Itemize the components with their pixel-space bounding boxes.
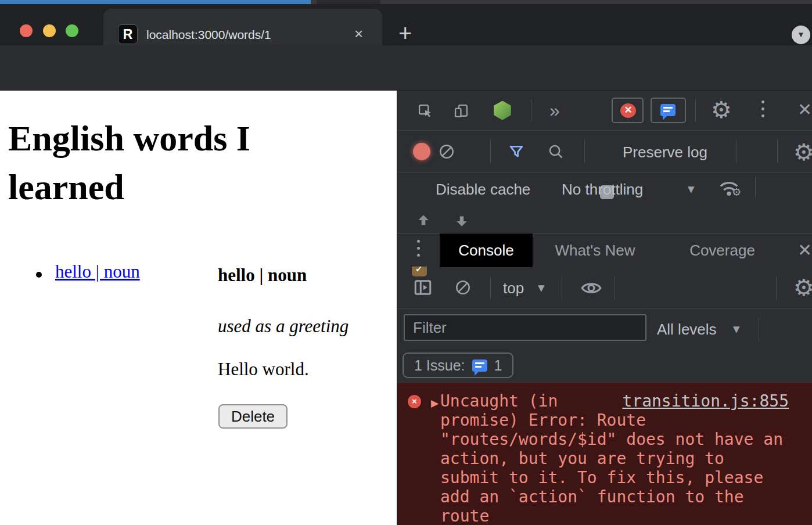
- context-caret-icon[interactable]: ▼: [538, 283, 545, 293]
- network-options-row: ✓ Disable cache No throttling ▼ ⚙: [397, 172, 812, 203]
- remix-favicon: R: [118, 24, 138, 44]
- network-toolbar: Preserve log ⚙: [397, 131, 812, 172]
- console-issue-row: 1 Issue: 1: [397, 351, 812, 383]
- devtools-main-toolbar: » ✕ ⚙ ✕: [397, 91, 812, 131]
- more-panels-icon[interactable]: »: [549, 100, 560, 121]
- devtools-close-icon[interactable]: ✕: [797, 101, 812, 118]
- issues-button[interactable]: 1 Issue: 1: [403, 353, 513, 378]
- network-conditions-icon[interactable]: ⚙: [717, 177, 741, 200]
- tab-console[interactable]: Console: [440, 233, 533, 267]
- maximize-window-button[interactable]: [66, 24, 78, 37]
- network-search-icon[interactable]: [547, 143, 565, 160]
- error-icon: ×: [408, 395, 421, 408]
- console-filter-input[interactable]: [404, 314, 646, 341]
- execution-context-select[interactable]: top: [503, 279, 524, 297]
- browser-toolbar: ← → localhost:3000/words/1: [0, 45, 812, 90]
- log-level-select[interactable]: All levels: [657, 321, 717, 339]
- clear-network-icon[interactable]: [438, 143, 455, 160]
- throttling-caret-icon[interactable]: ▼: [688, 184, 695, 195]
- delete-button[interactable]: Delete: [218, 404, 288, 429]
- error-message: transition.js:855Uncaught (in promise) E…: [440, 391, 789, 525]
- network-filter-icon[interactable]: [508, 143, 525, 160]
- drawer-close-icon[interactable]: ✕: [797, 242, 812, 259]
- export-har-icon[interactable]: [454, 213, 469, 228]
- list-bullet: [36, 272, 42, 278]
- word-example-sentence: Hello world.: [218, 359, 309, 380]
- devtools-settings-icon[interactable]: ⚙: [711, 98, 732, 121]
- background-window-strip: [0, 0, 311, 4]
- devtools-panel: » ✕ ⚙ ✕: [397, 90, 812, 525]
- tab-whats-new[interactable]: What's New: [547, 233, 643, 267]
- console-toolbar: top ▼ ⚙: [397, 267, 812, 309]
- conditions-gear-icon: ⚙: [732, 186, 741, 198]
- network-panel-body: [397, 203, 812, 233]
- network-settings-icon[interactable]: ⚙: [793, 141, 812, 164]
- device-toolbar-icon[interactable]: [453, 103, 469, 119]
- word-definition: used as a greeting: [218, 316, 348, 337]
- word-detail-title: hello | noun: [218, 265, 307, 286]
- tab-search-button[interactable]: ▼: [792, 26, 810, 44]
- error-count-button[interactable]: ✕: [612, 98, 644, 123]
- feedback-chat-icon: [660, 104, 676, 116]
- tab-strip: R localhost:3000/words/1 × + ▼: [0, 4, 812, 45]
- expand-triangle-icon[interactable]: ▶: [431, 397, 439, 409]
- drawer-menu-icon[interactable]: [417, 240, 420, 257]
- live-expression-eye-icon[interactable]: [580, 280, 602, 296]
- log-level-caret-icon[interactable]: ▼: [733, 324, 740, 335]
- preserve-log-label: Preserve log: [623, 143, 707, 161]
- console-settings-icon[interactable]: ⚙: [793, 276, 812, 299]
- inspect-element-icon[interactable]: [417, 103, 433, 119]
- issue-count: 1: [494, 357, 502, 374]
- page-title: English words I learned: [8, 114, 368, 211]
- console-sidebar-icon[interactable]: [412, 277, 434, 298]
- web-page: English words I learned hello | noun hel…: [0, 90, 397, 525]
- background-window-shade: [317, 0, 380, 4]
- nodejs-icon[interactable]: [491, 99, 513, 121]
- drawer-tab-bar: Console What's New Coverage ✕: [397, 233, 812, 267]
- close-window-button[interactable]: [20, 24, 33, 37]
- tab-coverage[interactable]: Coverage: [686, 233, 759, 267]
- error-text: Uncaught (in promise) Error: Route "rout…: [440, 391, 783, 525]
- tab-title: localhost:3000/words/1: [146, 28, 338, 42]
- feedback-button[interactable]: [651, 98, 686, 123]
- console-filter-row: All levels ▼: [397, 309, 812, 351]
- desktop-edge-strip: [0, 0, 812, 4]
- error-badge-icon: ✕: [620, 103, 636, 118]
- new-tab-button[interactable]: +: [398, 21, 412, 45]
- browser-window: R localhost:3000/words/1 × + ▼ ← → loca: [0, 0, 812, 525]
- throttling-select[interactable]: No throttling: [562, 181, 643, 199]
- disable-cache-label: Disable cache: [436, 181, 530, 199]
- devtools-menu-icon[interactable]: [761, 100, 764, 117]
- import-har-icon[interactable]: [416, 213, 431, 228]
- issue-label: 1 Issue:: [414, 357, 465, 374]
- record-network-log-button[interactable]: [413, 143, 430, 160]
- issue-chat-icon: [472, 359, 487, 372]
- console-error-entry[interactable]: × ▶ transition.js:855Uncaught (in promis…: [397, 383, 812, 525]
- word-list-link[interactable]: hello | noun: [55, 261, 140, 282]
- error-source-link[interactable]: transition.js:855: [622, 391, 789, 411]
- tab-close-icon[interactable]: ×: [354, 26, 363, 41]
- clear-console-icon[interactable]: [454, 279, 472, 296]
- minimize-window-button[interactable]: [43, 24, 56, 37]
